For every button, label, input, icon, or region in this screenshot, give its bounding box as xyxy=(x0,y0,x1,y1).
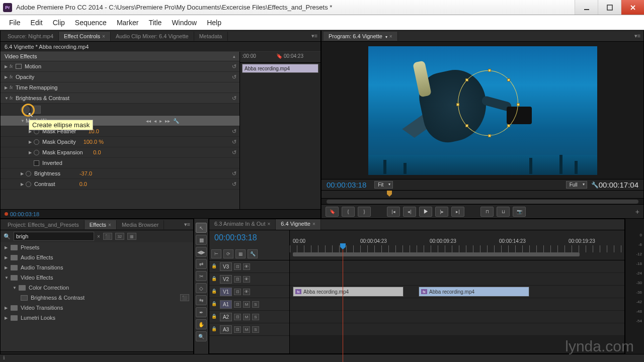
rolling-edit-tool[interactable]: ⇄ xyxy=(196,259,207,269)
ripple-edit-tool[interactable]: ◀▶ xyxy=(196,247,207,257)
solo-button[interactable]: S xyxy=(252,326,259,333)
lock-icon[interactable]: 🔒 xyxy=(211,263,218,270)
tab-audio-mixer[interactable]: Audio Clip Mixer: 6.4 Vignette xyxy=(111,32,194,41)
marker-button[interactable]: 🔖 xyxy=(326,207,339,217)
folder-audio-effects[interactable]: ▶Audio Effects xyxy=(1,252,193,262)
menu-help[interactable]: Help xyxy=(202,17,226,29)
eye-icon[interactable]: 👁 xyxy=(243,289,250,295)
track-header-a1[interactable]: 🔒A1⊡MS xyxy=(209,298,289,311)
panel-menu-icon[interactable]: ▾≡ xyxy=(631,33,643,39)
close-icon[interactable]: × xyxy=(102,34,105,39)
menu-sequence[interactable]: Sequence xyxy=(70,17,112,29)
mask-expansion-row[interactable]: ▶Mask Expansion0.0↺ xyxy=(1,147,239,158)
playhead-icon[interactable] xyxy=(387,191,392,197)
reset-icon[interactable]: ↺ xyxy=(232,170,236,177)
button-editor-icon[interactable]: + xyxy=(635,208,639,216)
eye-icon[interactable]: 👁 xyxy=(243,263,250,270)
slip-tool[interactable]: ⇆ xyxy=(196,295,207,305)
timeline-ruler[interactable]: 00:00 00:00:04:23 00:00:09:23 00:00:14:2… xyxy=(290,230,624,260)
menu-file[interactable]: File xyxy=(4,17,26,29)
reset-icon[interactable]: ↺ xyxy=(232,128,236,135)
lock-icon[interactable]: 🔒 xyxy=(211,289,218,295)
32bit-badge-icon[interactable]: 32 xyxy=(115,233,124,240)
timeline-clip-2[interactable]: fxAbba recording.mp4 xyxy=(419,287,529,297)
step-back-button[interactable]: ◂| xyxy=(403,207,416,217)
track-header-a2[interactable]: 🔒A2⊡MS xyxy=(209,311,289,323)
solo-button[interactable]: S xyxy=(252,301,259,308)
mask-prev-frame-icon[interactable]: ◂ xyxy=(154,118,156,124)
panel-menu-icon[interactable]: ▾≡ xyxy=(181,221,193,228)
tab-sequence-prev[interactable]: 6.3 Animate In & Out× xyxy=(209,219,276,230)
yuv-badge-icon[interactable]: ▦ xyxy=(127,233,136,240)
tab-source[interactable]: Source: Night.mp4 xyxy=(3,32,59,41)
program-tc-current[interactable]: 00:00:03:18 xyxy=(327,180,366,189)
folder-presets[interactable]: ▶Presets xyxy=(1,242,193,252)
tab-sequence-current[interactable]: 6.4 Vignette× xyxy=(276,219,320,230)
pen-tool[interactable]: ✒ xyxy=(196,307,207,317)
stopwatch-icon[interactable] xyxy=(26,171,31,176)
accelerated-badge-icon[interactable]: ⬛ xyxy=(103,233,112,240)
track-header-v2[interactable]: 🔒V2⊡👁 xyxy=(209,273,289,286)
tab-effect-controls[interactable]: Effect Controls× xyxy=(59,32,111,41)
tab-project[interactable]: Project: Effects_and_Presets xyxy=(3,220,85,229)
mask-ellipse-overlay[interactable] xyxy=(458,70,518,136)
reset-icon[interactable]: ↺ xyxy=(232,74,236,80)
close-icon[interactable]: × xyxy=(108,222,111,228)
linked-selection-button[interactable]: ⟳ xyxy=(223,249,233,258)
menu-marker[interactable]: Marker xyxy=(112,17,144,29)
zoom-fit-dropdown[interactable]: Fit xyxy=(374,181,393,189)
sync-lock-icon[interactable]: ⊡ xyxy=(234,289,241,295)
folder-audio-transitions[interactable]: ▶Audio Transitions xyxy=(1,262,193,273)
sync-lock-icon[interactable]: ⊡ xyxy=(234,263,241,270)
mask-prev-keyframe-icon[interactable]: ◂◂ xyxy=(146,118,151,124)
tab-effects[interactable]: Effects× xyxy=(85,220,117,229)
settings-button[interactable]: 🔧 xyxy=(248,249,258,258)
mute-button[interactable]: M xyxy=(243,301,250,308)
out-point-button[interactable]: } xyxy=(358,207,371,217)
effect-motion[interactable]: ▶fxMotion↺ xyxy=(1,61,239,72)
reset-icon[interactable]: ↺ xyxy=(232,139,236,145)
effect-item-brightness-contrast[interactable]: Brightness & Contrast⬛ xyxy=(1,293,193,303)
reset-icon[interactable]: ↺ xyxy=(232,63,236,70)
eye-icon[interactable]: 👁 xyxy=(243,276,250,283)
lock-icon[interactable]: 🔒 xyxy=(211,326,218,333)
solo-button[interactable]: S xyxy=(252,314,259,320)
reset-icon[interactable]: ↺ xyxy=(232,149,236,156)
step-forward-button[interactable]: |▸ xyxy=(435,207,448,217)
zoom-tool[interactable]: 🔍 xyxy=(196,331,207,341)
razor-tool[interactable]: ◇ xyxy=(196,283,207,293)
menu-title[interactable]: Title xyxy=(143,17,167,29)
selection-tool[interactable]: ↖ xyxy=(196,223,207,233)
reset-icon[interactable]: ↺ xyxy=(232,95,236,102)
sync-lock-icon[interactable]: ⊡ xyxy=(234,276,241,283)
lock-icon[interactable]: 🔒 xyxy=(211,276,218,283)
lock-icon[interactable]: 🔒 xyxy=(211,314,218,320)
clear-search-icon[interactable]: × xyxy=(97,234,100,239)
program-ruler[interactable] xyxy=(321,190,643,198)
track-header-v3[interactable]: 🔒V3⊡👁 xyxy=(209,260,289,273)
program-scroll[interactable] xyxy=(321,198,643,204)
extract-button[interactable]: ⊔ xyxy=(497,207,510,217)
mask-play-icon[interactable]: ▸ xyxy=(159,118,162,124)
go-to-in-button[interactable]: |◂ xyxy=(387,207,400,217)
lift-button[interactable]: ⊓ xyxy=(480,207,494,217)
track-header-a3[interactable]: 🔒A3⊡MS xyxy=(209,323,289,336)
stopwatch-icon[interactable] xyxy=(34,139,39,145)
timeline-clip-1[interactable]: fxAbba recording.mp4 xyxy=(293,287,404,297)
panel-menu-icon[interactable]: ▾≡ xyxy=(308,33,320,39)
effect-opacity[interactable]: ▶fxOpacity↺ xyxy=(1,72,239,82)
tab-program[interactable]: Program: 6.4 Vignette▾× xyxy=(324,32,398,41)
go-to-out-button[interactable]: ▸| xyxy=(451,207,464,217)
effect-time-remapping[interactable]: ▶fxTime Remapping xyxy=(1,82,239,93)
stopwatch-icon[interactable] xyxy=(26,182,31,187)
folder-video-effects[interactable]: ▼Video Effects xyxy=(1,273,193,283)
mute-button[interactable]: M xyxy=(243,326,250,333)
minimize-button[interactable] xyxy=(575,0,598,15)
inverted-checkbox[interactable] xyxy=(34,160,39,166)
folder-color-correction[interactable]: ▼Color Correction xyxy=(1,283,193,293)
snap-button[interactable]: ⊢ xyxy=(211,249,221,258)
mask-wrench-icon[interactable]: 🔧 xyxy=(173,118,179,124)
menu-window[interactable]: Window xyxy=(167,17,202,29)
sync-lock-icon[interactable]: ⊡ xyxy=(234,314,241,320)
wrench-icon[interactable]: 🔧 xyxy=(591,182,599,189)
